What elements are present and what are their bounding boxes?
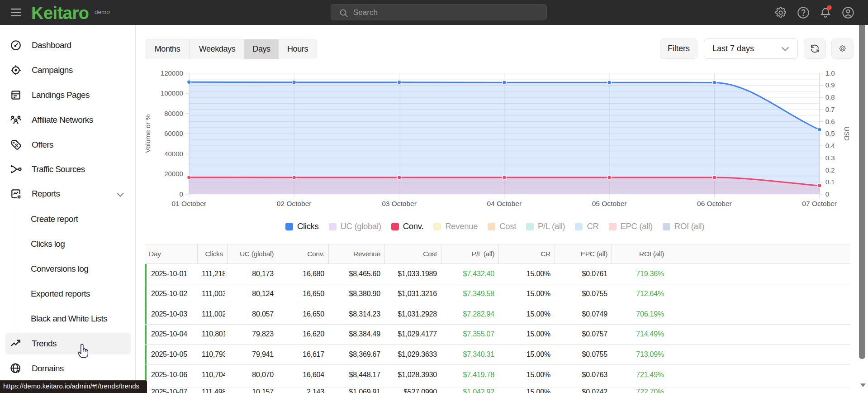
svg-text:07 October: 07 October bbox=[802, 200, 837, 207]
svg-text:0.5: 0.5 bbox=[825, 129, 835, 137]
svg-text:05 October: 05 October bbox=[592, 200, 627, 207]
svg-text:0.6: 0.6 bbox=[825, 118, 835, 125]
svg-text:0.4: 0.4 bbox=[825, 142, 835, 149]
svg-text:0.8: 0.8 bbox=[825, 93, 835, 101]
svg-text:0.7: 0.7 bbox=[825, 105, 835, 113]
svg-text:S: S bbox=[14, 143, 19, 149]
svg-text:Volume or %: Volume or % bbox=[144, 114, 152, 153]
svg-text:80000: 80000 bbox=[164, 110, 183, 117]
svg-text:04 October: 04 October bbox=[487, 200, 522, 207]
svg-text:0.2: 0.2 bbox=[825, 166, 835, 174]
svg-text:60000: 60000 bbox=[164, 129, 183, 137]
svg-text:0: 0 bbox=[825, 190, 829, 198]
svg-text:03 October: 03 October bbox=[382, 200, 417, 207]
svg-text:01 October: 01 October bbox=[172, 200, 207, 207]
svg-text:120000: 120000 bbox=[161, 69, 183, 77]
svg-text:100000: 100000 bbox=[161, 89, 183, 97]
svg-text:40000: 40000 bbox=[164, 150, 183, 158]
svg-text:0: 0 bbox=[180, 190, 183, 198]
svg-text:1.0: 1.0 bbox=[825, 69, 835, 77]
svg-text:USD: USD bbox=[843, 126, 851, 141]
svg-text:0.1: 0.1 bbox=[825, 178, 835, 186]
svg-text:02 October: 02 October bbox=[277, 200, 312, 207]
svg-text:06 October: 06 October bbox=[697, 200, 732, 207]
svg-text:0.9: 0.9 bbox=[825, 81, 835, 89]
svg-text:20000: 20000 bbox=[164, 170, 183, 177]
svg-text:0.3: 0.3 bbox=[825, 154, 835, 162]
